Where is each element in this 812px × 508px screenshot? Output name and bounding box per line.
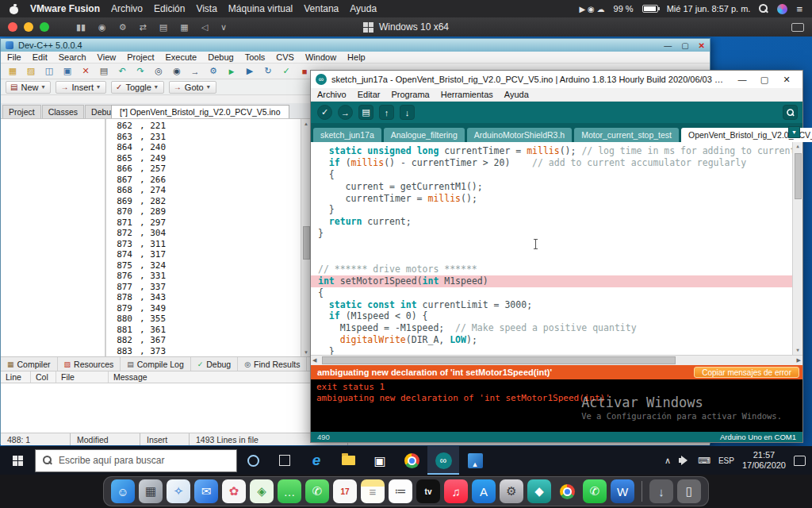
devcpp-menu-tools[interactable]: Tools [245, 52, 266, 62]
dock-icon-messages[interactable]: … [278, 479, 301, 503]
taskbar-arduino[interactable]: ∞ [427, 446, 459, 475]
taskbar-clock[interactable]: 21:57 17/06/2020 [742, 450, 786, 471]
panel-tab-classes[interactable]: Classes [42, 105, 84, 118]
arduino-menu-herramientas[interactable]: Herramientas [441, 90, 493, 99]
arduino-horizontal-scrollbar[interactable]: ◀ ▶ [311, 355, 802, 365]
task-view-button[interactable] [269, 446, 301, 475]
copy-error-messages-button[interactable]: Copiar mensajes de error [694, 367, 799, 378]
devcpp-menu-help[interactable]: Help [347, 52, 366, 62]
close-traffic-light[interactable] [8, 22, 17, 32]
goto-button[interactable]: →Goto▾ [169, 81, 216, 94]
open-file-icon[interactable]: ▨ [24, 65, 38, 78]
dock-icon-trash[interactable]: ▯ [677, 479, 701, 503]
macos-menu-ayuda[interactable]: Ayuda [350, 3, 377, 14]
verify-button[interactable]: ✓ [317, 105, 332, 120]
open-sketch-button[interactable]: ↑ [379, 105, 394, 120]
dock-icon-app-store[interactable]: A [472, 479, 496, 503]
cloud-icon[interactable]: ☁ [597, 5, 605, 13]
macos-menu-vista[interactable]: Vista [196, 3, 216, 14]
arduino-menu-archivo[interactable]: Archivo [317, 90, 347, 99]
arduino-minimize-button[interactable]: — [731, 75, 753, 85]
start-button[interactable] [0, 446, 35, 475]
scroll-up-icon[interactable]: ▲ [304, 119, 308, 128]
scrollbar-thumb[interactable] [322, 356, 676, 364]
scrollbar-thumb[interactable] [795, 153, 802, 199]
compile-icon[interactable]: ⚙ [206, 65, 220, 78]
camera-status-icon[interactable]: ◉ [588, 5, 597, 13]
scroll-up-icon[interactable]: ▲ [796, 142, 799, 151]
project-browser-panel[interactable] [1, 119, 106, 356]
close-file-icon[interactable]: ✕ [79, 65, 93, 78]
minimize-traffic-light[interactable] [24, 22, 33, 32]
save-icon[interactable]: ◫ [42, 65, 56, 78]
save-sketch-button[interactable]: ↓ [400, 105, 415, 120]
devcpp-titlebar[interactable]: Dev-C++ 5.0.0.4 — ▢ ✕ [1, 39, 710, 52]
tab-compiler[interactable]: ▦Compiler [1, 357, 58, 371]
notification-center-icon[interactable]: ≡ [796, 3, 802, 15]
arduino-menu-programa[interactable]: Programa [391, 90, 429, 99]
hidden-icons-chevron[interactable]: ∧ [665, 456, 671, 466]
dock-icon-word[interactable]: W [611, 479, 634, 503]
taskbar-store[interactable]: ▣ [364, 446, 396, 475]
dock-icon-safari[interactable]: ✧ [167, 479, 190, 503]
devcpp-close-button[interactable]: ✕ [699, 41, 705, 50]
taskbar-file-explorer[interactable] [332, 446, 364, 475]
dock-icon-system-preferences[interactable]: ⚙ [500, 479, 523, 503]
dock-icon-music[interactable]: ♫ [444, 479, 468, 503]
dock-icon-reminders[interactable]: ≔ [389, 479, 412, 503]
dock-icon-whatsapp[interactable]: ✆ [583, 479, 607, 503]
arduino-maximize-button[interactable]: ▢ [753, 75, 776, 85]
arduino-menu-ayuda[interactable]: Ayuda [504, 90, 529, 99]
tab-find-results[interactable]: ◎Find Results [238, 357, 307, 371]
scroll-left-icon[interactable]: ◀ [312, 357, 316, 364]
devcpp-menu-execute[interactable]: Execute [165, 52, 197, 62]
volume-icon[interactable] [679, 456, 690, 465]
display-settings-icon[interactable] [791, 23, 804, 32]
devcpp-menu-project[interactable]: Project [127, 52, 154, 62]
macos-menu-ventana[interactable]: Ventana [304, 3, 339, 14]
dock-icon-photos[interactable]: ✿ [222, 479, 246, 503]
print-icon[interactable]: ▤ [97, 65, 111, 78]
dock-icon-notes[interactable]: ≡ [361, 479, 385, 503]
upload-button[interactable]: → [338, 105, 353, 120]
settings-icon[interactable]: ⚙ [119, 22, 127, 33]
dock-icon-calendar[interactable]: 17 [333, 479, 357, 503]
insert-button[interactable]: →Insert▾ [56, 81, 106, 94]
toggle-button[interactable]: ✓Toggle▾ [111, 81, 164, 94]
siri-icon[interactable] [777, 4, 787, 14]
suspend-icon[interactable]: ▮▮ [76, 22, 86, 33]
find-icon[interactable]: ◎ [151, 65, 166, 78]
replace-icon[interactable]: ◉ [170, 65, 184, 78]
play-status-icon[interactable]: ▶ [580, 5, 588, 13]
macos-menu-archivo[interactable]: Archivo [111, 3, 143, 14]
tab-resources[interactable]: ▨Resources [58, 357, 121, 371]
devcpp-menu-search[interactable]: Search [59, 52, 86, 62]
devcpp-menu-file[interactable]: File [7, 52, 21, 62]
sketch-tab-analogue-filtering[interactable]: Analogue_filtering [384, 128, 465, 142]
dock-icon-tv[interactable]: tv [416, 479, 440, 503]
dock-icon-finder[interactable]: ☺ [111, 479, 135, 503]
devcpp-minimize-button[interactable]: — [664, 41, 672, 50]
arduino-console[interactable]: exit status 1ambiguating new declaration… [311, 379, 802, 432]
language-indicator[interactable]: ESP [718, 456, 734, 465]
cortana-button[interactable] [237, 446, 269, 475]
arduino-close-button[interactable]: ✕ [776, 75, 798, 85]
new-project-icon[interactable]: ▦ [6, 65, 20, 78]
panel-tab-project[interactable]: Project [2, 105, 41, 118]
scroll-down-icon[interactable]: ▼ [304, 348, 308, 356]
printer-icon[interactable]: ▤ [159, 22, 167, 33]
sketch-tab-sketch-jun17a[interactable]: sketch_jun17a [313, 128, 381, 142]
serial-monitor-button[interactable] [783, 105, 798, 120]
new-sketch-button[interactable]: ▤ [358, 105, 373, 120]
run-icon[interactable]: ► [224, 65, 239, 78]
goto-line-icon[interactable]: → [188, 65, 202, 78]
macos-app-menu[interactable]: VMware Fusion [30, 3, 100, 14]
apple-menu-icon[interactable] [10, 4, 19, 14]
arduino-titlebar[interactable]: ∞ sketch_jun17a - OpenVent_Bristol_rig_V… [311, 71, 802, 88]
tab-compile-log[interactable]: ▤Compile Log [121, 357, 190, 371]
action-center-icon[interactable] [794, 456, 806, 466]
display-grid-icon[interactable]: ▦ [180, 22, 188, 33]
devcpp-menu-edit[interactable]: Edit [33, 52, 48, 62]
dock-icon-facetime[interactable]: ✆ [305, 479, 329, 503]
debug-check-icon[interactable]: ✓ [279, 65, 293, 78]
